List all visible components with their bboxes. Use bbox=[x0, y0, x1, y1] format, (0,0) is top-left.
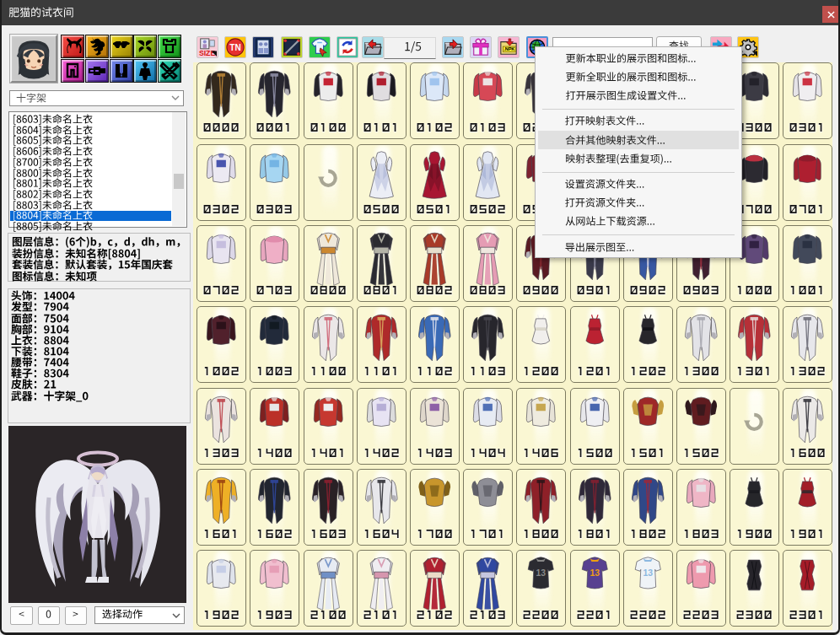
svg-text:TN: TN bbox=[229, 43, 240, 52]
svg-text:13: 13 bbox=[643, 568, 653, 578]
svg-text:SIZE: SIZE bbox=[199, 49, 216, 57]
svg-text:.NPK: .NPK bbox=[503, 46, 514, 51]
svg-text:13: 13 bbox=[536, 568, 546, 578]
svg-text:13: 13 bbox=[590, 568, 600, 578]
